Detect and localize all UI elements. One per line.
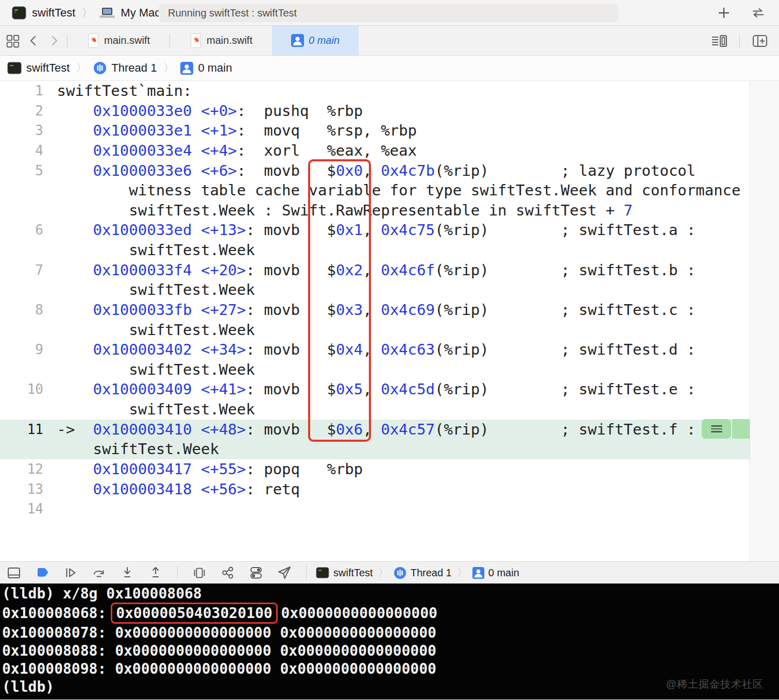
- forward-chevron-icon[interactable]: [46, 33, 62, 48]
- toolbar-divider: [739, 35, 740, 47]
- view-hierarchy-icon[interactable]: [192, 565, 207, 580]
- line-number[interactable]: [0, 320, 43, 340]
- thread-icon: [93, 61, 107, 75]
- terminal-app-icon: [316, 567, 329, 578]
- debug-bar: swiftTest 〉 Thread 1 〉 0 main: [0, 561, 779, 584]
- disassembly-rows: 1swiftTest`main:2 0x1000033e0 <+0>: push…: [0, 81, 750, 519]
- step-over-icon[interactable]: [91, 565, 107, 580]
- swap-arrows-icon[interactable]: [749, 5, 765, 21]
- line-number[interactable]: 5: [0, 161, 43, 181]
- line-number[interactable]: [0, 201, 43, 221]
- run-destination[interactable]: My Mac: [121, 6, 160, 20]
- line-number[interactable]: 8: [0, 300, 43, 320]
- code-line: 0x100003417 <+55>: popq %rbp: [43, 459, 363, 479]
- code-line: 0x1000033e0 <+0>: pushq %rbp: [43, 101, 363, 121]
- code-line: swiftTest.Week: [43, 240, 255, 260]
- tab-main-swift-2[interactable]: main.swift: [170, 26, 272, 55]
- line-number[interactable]: 9: [0, 340, 43, 360]
- editor-options-icon[interactable]: [710, 32, 728, 49]
- breakpoints-icon[interactable]: [35, 565, 50, 580]
- code-row: 9 0x100003402 <+34>: movb $0x4, 0x4c63(%…: [0, 340, 750, 360]
- line-number[interactable]: 7: [0, 260, 43, 280]
- line-number[interactable]: 14: [0, 499, 43, 519]
- tab-0-main[interactable]: 0 main: [272, 26, 359, 55]
- jumpbar-thread[interactable]: Thread 1: [111, 61, 157, 75]
- debug-process[interactable]: swiftTest: [333, 567, 373, 579]
- line-number[interactable]: [0, 439, 43, 459]
- simulate-location-icon[interactable]: [277, 565, 292, 580]
- code-row: swiftTest.Week: [0, 240, 750, 260]
- debug-thread[interactable]: Thread 1: [411, 567, 452, 579]
- line-number[interactable]: 12: [0, 459, 43, 479]
- code-row: 11-> 0x100003410 <+48>: movb $0x6, 0x4c5…: [0, 420, 750, 440]
- chevron-separator: 〉: [457, 566, 467, 580]
- code-line: swiftTest.Week: [43, 439, 219, 459]
- tab-label: main.swift: [207, 35, 252, 46]
- console-memory-line: 0x100008068: 0x0000050403020100 0x000000…: [2, 603, 779, 624]
- line-number[interactable]: [0, 399, 43, 420]
- line-number[interactable]: 4: [0, 141, 43, 161]
- code-line: 0x100003402 <+34>: movb $0x4, 0x4c63(%ri…: [43, 340, 696, 360]
- current-line-menu-button[interactable]: [702, 419, 731, 439]
- tab-main-swift-1[interactable]: main.swift: [67, 26, 170, 55]
- person-icon: [291, 34, 304, 47]
- code-line: 0x100003409 <+41>: movb $0x5, 0x4c5d(%ri…: [43, 379, 696, 399]
- line-number[interactable]: [0, 180, 43, 201]
- code-row: 5 0x1000033e6 <+6>: movb $0x0, 0x4c7b(%r…: [0, 161, 750, 181]
- window-toolbar: swiftTest 〉 My Mac Running swiftTest : s…: [0, 0, 779, 26]
- current-line-side-button[interactable]: [732, 419, 750, 439]
- code-row: swiftTest.Week: [0, 399, 750, 420]
- code-row: swiftTest.Week : Swift.RawRepresentable …: [0, 201, 750, 221]
- project-name[interactable]: swiftTest: [32, 6, 75, 20]
- code-row: 3 0x1000033e1 <+1>: movq %rsp, %rbp: [0, 121, 750, 141]
- chevron-separator: 〉: [81, 5, 93, 21]
- line-number[interactable]: [0, 360, 43, 380]
- terminal-app-icon: [7, 62, 22, 74]
- add-editor-icon[interactable]: [751, 32, 769, 49]
- chevron-separator: 〉: [163, 60, 174, 76]
- code-row: 8 0x1000033fb <+27>: movb $0x3, 0x4c69(%…: [0, 300, 750, 320]
- memory-graph-icon[interactable]: [220, 565, 235, 580]
- plus-icon[interactable]: [716, 5, 732, 21]
- code-line: swiftTest`main:: [43, 81, 192, 101]
- line-number[interactable]: 3: [0, 121, 43, 141]
- activity-status[interactable]: Running swiftTest : swiftTest: [159, 4, 618, 22]
- line-number[interactable]: 6: [0, 220, 43, 240]
- line-number[interactable]: [0, 240, 43, 260]
- jumpbar-process[interactable]: swiftTest: [26, 61, 70, 75]
- code-line: 0x1000033ed <+13>: movb $0x1, 0x4c75(%ri…: [43, 220, 696, 240]
- app-icon[interactable]: [11, 5, 27, 21]
- debug-frame[interactable]: 0 main: [488, 567, 519, 579]
- jumpbar-frame[interactable]: 0 main: [198, 61, 232, 75]
- environment-overrides-icon[interactable]: [248, 565, 264, 580]
- line-number[interactable]: [0, 280, 43, 300]
- editor-right-gutter[interactable]: [750, 81, 779, 561]
- line-number[interactable]: 13: [0, 479, 43, 499]
- jump-bar: swiftTest 〉 Thread 1 〉 0 main: [0, 56, 779, 81]
- lldb-console[interactable]: (lldb) x/8g 0x100008068 0x100008068: 0x0…: [0, 584, 779, 699]
- red-annotation-box-value: 0x0000050403020100: [111, 603, 277, 624]
- watermark: @稀土掘金技术社区: [666, 677, 764, 691]
- hide-debug-area-icon[interactable]: [6, 565, 22, 580]
- continue-icon[interactable]: [63, 565, 78, 580]
- code-line: swiftTest.Week : Swift.RawRepresentable …: [43, 201, 633, 221]
- line-number[interactable]: 2: [0, 101, 43, 121]
- line-number[interactable]: 11: [0, 420, 43, 440]
- code-row: 4 0x1000033e4 <+4>: xorl %eax, %eax: [0, 141, 750, 161]
- code-line: 0x1000033f4 <+20>: movb $0x2, 0x4c6f(%ri…: [43, 260, 696, 280]
- debug-breadcrumb: swiftTest 〉 Thread 1 〉 0 main: [316, 566, 519, 580]
- line-number[interactable]: 10: [0, 379, 43, 399]
- code-line: 0x1000033e1 <+1>: movq %rsp, %rbp: [43, 121, 417, 141]
- swift-file-icon: [190, 33, 202, 48]
- back-chevron-icon[interactable]: [26, 33, 41, 48]
- step-into-icon[interactable]: [120, 565, 135, 580]
- code-line: -> 0x100003410 <+48>: movb $0x6, 0x4c57(…: [43, 420, 696, 440]
- tab-label: 0 main: [309, 35, 340, 46]
- line-number[interactable]: 1: [0, 81, 43, 101]
- code-area[interactable]: 1swiftTest`main:2 0x1000033e0 <+0>: push…: [0, 81, 750, 561]
- memory-value: 0x0000000000000000: [273, 605, 437, 622]
- tab-grid-icon[interactable]: [5, 33, 21, 48]
- step-out-icon[interactable]: [148, 565, 163, 580]
- hamburger-icon: [711, 424, 722, 434]
- code-row: 10 0x100003409 <+41>: movb $0x5, 0x4c5d(…: [0, 379, 750, 399]
